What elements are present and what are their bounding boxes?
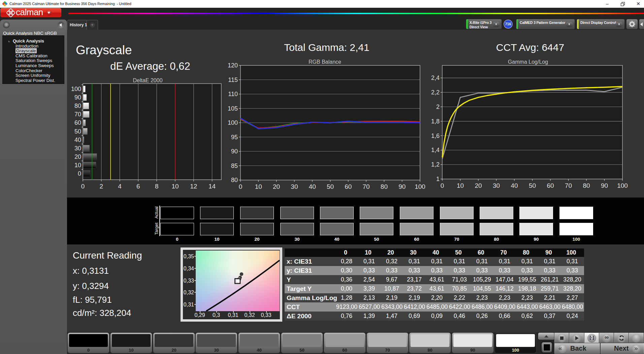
- svg-text:10: 10: [255, 183, 262, 190]
- svg-text:6: 6: [136, 183, 140, 190]
- svg-text:10: 10: [74, 162, 81, 169]
- svg-text:1,6: 1,6: [431, 132, 440, 139]
- svg-text:100: 100: [71, 86, 81, 92]
- svg-text:80: 80: [74, 102, 81, 109]
- svg-text:0: 0: [81, 183, 85, 190]
- svg-text:2,2: 2,2: [431, 89, 440, 96]
- svg-text:110: 110: [228, 91, 238, 97]
- svg-text:80: 80: [583, 182, 590, 189]
- svg-text:20: 20: [475, 182, 482, 189]
- svg-text:20: 20: [74, 153, 81, 160]
- svg-text:115: 115: [228, 77, 238, 83]
- svg-text:0: 0: [239, 183, 243, 190]
- svg-text:90: 90: [74, 94, 81, 101]
- svg-text:85: 85: [231, 163, 238, 169]
- svg-text:10: 10: [457, 182, 464, 189]
- svg-text:120: 120: [228, 62, 238, 69]
- svg-text:40: 40: [511, 182, 518, 189]
- svg-text:70: 70: [74, 111, 81, 118]
- svg-text:1,8: 1,8: [431, 118, 440, 125]
- svg-text:2: 2: [436, 104, 440, 110]
- svg-text:Gamma Log/Log: Gamma Log/Log: [508, 59, 548, 65]
- svg-text:DeltaE 2000: DeltaE 2000: [133, 78, 162, 83]
- svg-text:80: 80: [381, 183, 388, 190]
- svg-text:30: 30: [74, 145, 81, 152]
- svg-text:90: 90: [398, 183, 406, 190]
- svg-text:95: 95: [231, 134, 238, 141]
- svg-text:40: 40: [74, 137, 81, 143]
- svg-text:30: 30: [291, 183, 298, 190]
- svg-text:90: 90: [601, 182, 608, 189]
- svg-text:1,4: 1,4: [431, 147, 440, 153]
- svg-text:1,2: 1,2: [431, 161, 440, 168]
- svg-text:1: 1: [436, 176, 440, 182]
- svg-text:0: 0: [441, 182, 444, 189]
- svg-text:40: 40: [309, 183, 316, 190]
- svg-text:60: 60: [74, 119, 81, 126]
- svg-text:2: 2: [100, 183, 103, 190]
- svg-text:14: 14: [208, 183, 216, 190]
- svg-text:100: 100: [617, 182, 628, 189]
- svg-text:RGB Balance: RGB Balance: [309, 59, 341, 65]
- svg-text:30: 30: [493, 182, 500, 189]
- svg-text:0: 0: [78, 170, 81, 177]
- svg-text:2,4: 2,4: [431, 75, 440, 81]
- svg-text:105: 105: [228, 105, 238, 112]
- svg-text:70: 70: [363, 183, 370, 190]
- svg-text:60: 60: [345, 183, 352, 190]
- svg-text:70: 70: [565, 182, 572, 189]
- svg-text:10: 10: [171, 183, 179, 190]
- svg-text:50: 50: [529, 182, 536, 189]
- svg-text:80: 80: [231, 177, 238, 183]
- svg-text:60: 60: [547, 182, 554, 189]
- svg-text:8: 8: [155, 183, 159, 190]
- svg-text:12: 12: [190, 183, 197, 190]
- svg-text:100: 100: [228, 119, 238, 126]
- svg-text:4: 4: [118, 183, 122, 190]
- svg-text:50: 50: [74, 128, 81, 135]
- svg-text:50: 50: [327, 183, 334, 190]
- svg-text:90: 90: [231, 148, 238, 155]
- svg-text:20: 20: [273, 183, 280, 190]
